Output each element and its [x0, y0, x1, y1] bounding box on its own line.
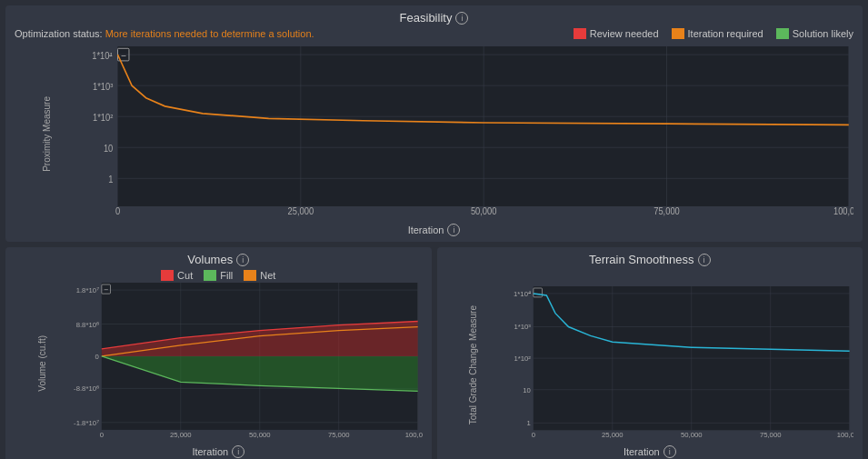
- terrain-title-text: Terrain Smoothness: [589, 253, 694, 266]
- svg-text:100,000: 100,000: [405, 431, 423, 439]
- volumes-info-icon[interactable]: i: [236, 254, 249, 266]
- optimization-status: Optimization status: More iterations nee…: [15, 28, 314, 39]
- terrain-title: Terrain Smoothness i: [446, 253, 854, 266]
- iteration-required-color: [672, 28, 684, 39]
- svg-text:-1.8*10⁷: -1.8*10⁷: [74, 419, 99, 427]
- title-text: Feasibility: [400, 11, 453, 25]
- terrain-panel: Terrain Smoothness i Total Grade Change …: [437, 247, 863, 459]
- svg-text:1*10³: 1*10³: [514, 323, 531, 331]
- svg-text:25,000: 25,000: [170, 431, 192, 439]
- svg-text:10: 10: [523, 386, 531, 394]
- terrain-x-info-icon[interactable]: i: [663, 445, 676, 458]
- svg-text:100,000: 100,000: [833, 206, 853, 216]
- svg-text:8.8*10⁶: 8.8*10⁶: [76, 320, 99, 328]
- cut-color: [161, 270, 174, 281]
- fill-label: Fill: [220, 270, 233, 281]
- svg-text:1*10²: 1*10²: [514, 354, 531, 363]
- feasibility-x-text: Iteration: [408, 225, 444, 235]
- legend-review-needed: Review needed: [574, 28, 659, 39]
- volumes-title: Volumes i: [15, 253, 423, 266]
- status-label: Optimization status:: [15, 28, 103, 39]
- review-needed-label: Review needed: [590, 28, 659, 39]
- terrain-chart-container: Total Grade Change Measure: [446, 286, 854, 444]
- svg-text:10: 10: [104, 143, 114, 153]
- top-legend: Review needed Iteration required Solutio…: [574, 28, 853, 39]
- net-color: [244, 270, 256, 281]
- svg-text:75,000: 75,000: [759, 431, 781, 439]
- svg-text:75,000: 75,000: [328, 431, 350, 439]
- svg-text:50,000: 50,000: [249, 431, 271, 439]
- legend-net: Net: [244, 270, 275, 281]
- fill-color: [204, 270, 216, 281]
- svg-rect-0: [118, 46, 849, 206]
- feasibility-y-label: Proximity Measure: [42, 96, 52, 172]
- svg-text:25,000: 25,000: [288, 206, 314, 216]
- svg-text:25,000: 25,000: [601, 431, 623, 439]
- feasibility-info-icon[interactable]: i: [455, 12, 468, 25]
- legend-solution-likely: Solution likely: [776, 28, 853, 39]
- terrain-svg: 1*10⁴ 1*10³ 1*10² 10 1 0 25,000 50,000 7…: [503, 286, 854, 444]
- svg-text:50,000: 50,000: [680, 431, 702, 439]
- volumes-svg: 1.8*10⁷ 8.8*10⁶ 0 -8.8*10⁶ -1.8*10⁷ 0 25…: [71, 283, 423, 444]
- svg-text:−: −: [104, 285, 108, 294]
- net-label: Net: [260, 270, 275, 281]
- feasibility-title: Feasibility i: [15, 11, 853, 25]
- svg-text:1*10⁴: 1*10⁴: [92, 50, 113, 60]
- feasibility-chart: 1*10⁴ 1*10³ 1*10² 10 1 0 25,000 50,000 7…: [80, 46, 853, 222]
- feasibility-x-info-icon[interactable]: i: [447, 224, 460, 236]
- terrain-x-label: Iteration i: [446, 445, 854, 458]
- solution-likely-label: Solution likely: [793, 28, 853, 39]
- svg-text:1.8*10⁷: 1.8*10⁷: [76, 286, 99, 294]
- terrain-x-text: Iteration: [624, 446, 660, 457]
- review-needed-color: [574, 28, 586, 39]
- svg-text:0: 0: [531, 431, 535, 439]
- iteration-required-label: Iteration required: [688, 28, 763, 39]
- volumes-title-text: Volumes: [187, 253, 233, 266]
- svg-text:0: 0: [115, 206, 121, 216]
- svg-text:1*10⁴: 1*10⁴: [514, 290, 531, 298]
- svg-text:50,000: 50,000: [471, 206, 497, 216]
- volumes-chart-container: Volume (cu.ft): [15, 283, 423, 444]
- feasibility-x-label: Iteration i: [15, 224, 853, 236]
- svg-text:0: 0: [100, 431, 105, 439]
- svg-text:1: 1: [526, 419, 530, 427]
- svg-text:75,000: 75,000: [653, 206, 680, 216]
- legend-iteration-required: Iteration required: [672, 28, 763, 39]
- feasibility-panel: Feasibility i Optimization status: More …: [5, 5, 863, 242]
- bottom-panels: Volumes i Cut Fill Net Volum: [5, 247, 863, 459]
- volumes-x-label: Iteration i: [15, 445, 423, 458]
- terrain-info-icon[interactable]: i: [698, 254, 711, 266]
- volumes-panel: Volumes i Cut Fill Net Volum: [5, 247, 432, 459]
- svg-text:-8.8*10⁶: -8.8*10⁶: [74, 384, 99, 393]
- cut-label: Cut: [177, 270, 193, 281]
- volumes-y-label: Volume (cu.ft): [37, 335, 47, 392]
- legend-cut: Cut: [161, 270, 193, 281]
- terrain-chart: 1*10⁴ 1*10³ 1*10² 10 1 0 25,000 50,000 7…: [503, 286, 854, 444]
- feasibility-svg: 1*10⁴ 1*10³ 1*10² 10 1 0 25,000 50,000 7…: [80, 46, 853, 222]
- legend-fill: Fill: [204, 270, 233, 281]
- svg-text:1: 1: [108, 174, 113, 184]
- svg-text:100,000: 100,000: [836, 431, 853, 439]
- terrain-y-label: Total Grade Change Measure: [468, 305, 478, 424]
- volumes-legend: Cut Fill Net: [15, 270, 423, 281]
- svg-text:0: 0: [95, 353, 100, 361]
- volumes-x-text: Iteration: [192, 446, 228, 457]
- svg-text:−: −: [121, 49, 126, 61]
- main-container: Feasibility i Optimization status: More …: [0, 0, 868, 459]
- volumes-x-info-icon[interactable]: i: [232, 445, 244, 458]
- solution-likely-color: [776, 28, 789, 39]
- svg-text:1*10³: 1*10³: [93, 81, 114, 91]
- feasibility-chart-container: Proximity Measure: [15, 46, 853, 222]
- status-message: More iterations needed to determine a so…: [105, 28, 314, 39]
- svg-text:1*10²: 1*10²: [93, 112, 114, 122]
- volumes-chart: 1.8*10⁷ 8.8*10⁶ 0 -8.8*10⁶ -1.8*10⁷ 0 25…: [71, 283, 423, 444]
